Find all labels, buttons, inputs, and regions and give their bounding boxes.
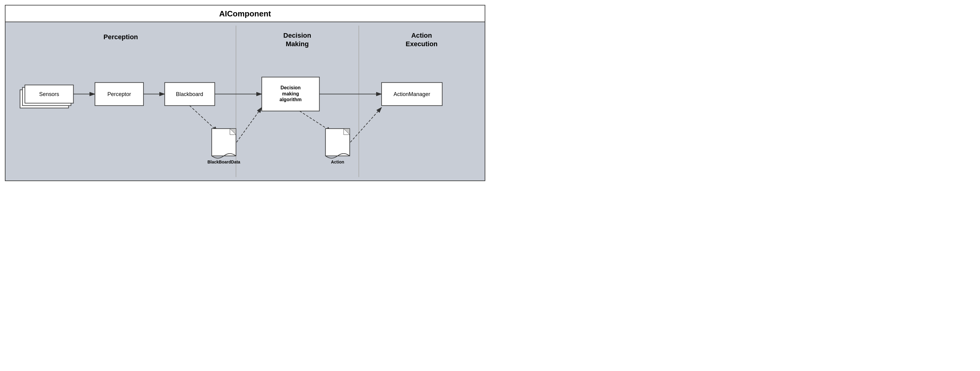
perceptor-label: Perceptor [107, 91, 131, 97]
action-label: Action [331, 159, 344, 164]
arrow-action-doc-mgr [350, 107, 382, 142]
action-execution-title: Action [411, 32, 432, 39]
arrow-blackboarddata-decision [237, 107, 262, 142]
action-manager-label: ActionManager [393, 91, 430, 97]
arrow-blackboard-data [189, 105, 218, 132]
perception-title: Perception [103, 33, 138, 41]
diagram-title: AIComponent [5, 5, 485, 22]
decision-making-title: Decision [283, 32, 311, 39]
sensors-label: Sensors [39, 91, 59, 97]
blackboard-data-label: BlackBoardData [207, 159, 240, 164]
blackboard-label: Blackboard [176, 91, 204, 97]
decision-algo-label3: algorithm [280, 97, 302, 102]
decision-making-title-2: Making [286, 40, 309, 48]
blackboard-data-doc-body [212, 128, 236, 156]
action-doc-body [325, 128, 350, 156]
action-execution-title-2: Execution [406, 40, 438, 48]
decision-algo-label1: Decision [280, 85, 301, 90]
main-container: AIComponent Perception Decision Making A… [5, 5, 485, 181]
architecture-diagram: Perception Decision Making Action Execut… [5, 22, 485, 181]
decision-algo-label2: making [282, 91, 299, 96]
